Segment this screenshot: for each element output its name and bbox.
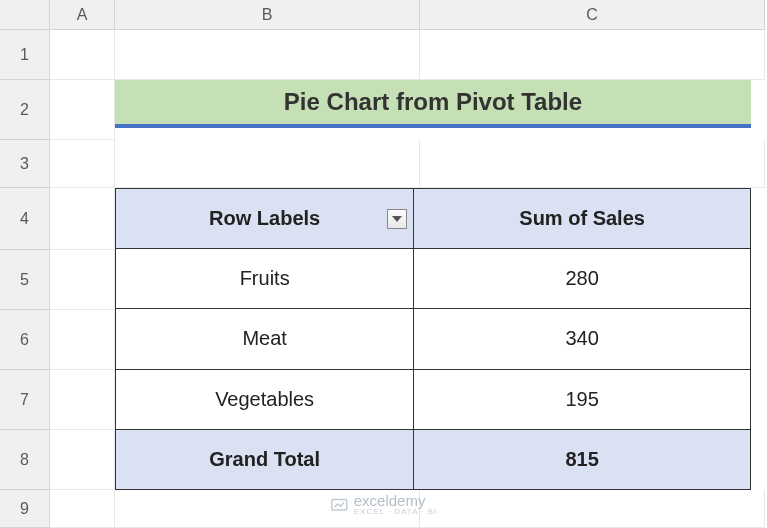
pivot-cell-value[interactable]: 340 — [414, 309, 751, 369]
pivot-cell-label[interactable]: Vegetables — [116, 369, 414, 429]
col-header-a[interactable]: A — [50, 0, 115, 30]
row-header-9[interactable]: 9 — [0, 490, 50, 528]
pivot-table: Row Labels Sum of Sales Fruits 280 Meat … — [115, 188, 751, 490]
cell-c3[interactable] — [420, 140, 765, 188]
filter-dropdown-button[interactable] — [387, 209, 407, 229]
chevron-down-icon — [392, 216, 402, 222]
pivot-header-sum[interactable]: Sum of Sales — [414, 189, 751, 249]
pivot-cell-label[interactable]: Fruits — [116, 249, 414, 309]
row-header-1[interactable]: 1 — [0, 30, 50, 80]
row-header-5[interactable]: 5 — [0, 250, 50, 310]
pivot-header-rowlabels[interactable]: Row Labels — [116, 189, 414, 249]
col-header-b[interactable]: B — [115, 0, 420, 30]
table-row: Fruits 280 — [116, 249, 751, 309]
pivot-header-rowlabels-text: Row Labels — [209, 207, 320, 229]
cell-a7[interactable] — [50, 370, 115, 430]
pivot-header-row: Row Labels Sum of Sales — [116, 189, 751, 249]
pivot-cell-value[interactable]: 195 — [414, 369, 751, 429]
cell-a5[interactable] — [50, 250, 115, 310]
row-header-3[interactable]: 3 — [0, 140, 50, 188]
table-row: Meat 340 — [116, 309, 751, 369]
watermark-tagline: EXCEL · DATA · BI — [354, 507, 438, 516]
cell-b1[interactable] — [115, 30, 420, 80]
pivot-total-row: Grand Total 815 — [116, 429, 751, 489]
cell-c1[interactable] — [420, 30, 765, 80]
pivot-table-area: Row Labels Sum of Sales Fruits 280 Meat … — [115, 188, 765, 490]
watermark-text: exceldemy EXCEL · DATA · BI — [354, 492, 438, 516]
cell-a1[interactable] — [50, 30, 115, 80]
select-all-corner[interactable] — [0, 0, 50, 30]
cell-a9[interactable] — [50, 490, 115, 528]
cell-b3[interactable] — [115, 140, 420, 188]
title-area: Pie Chart from Pivot Table — [115, 80, 765, 140]
row-header-6[interactable]: 6 — [0, 310, 50, 370]
pivot-cell-value[interactable]: 280 — [414, 249, 751, 309]
cell-a4[interactable] — [50, 188, 115, 250]
cell-a8[interactable] — [50, 430, 115, 490]
cell-a3[interactable] — [50, 140, 115, 188]
pivot-total-label[interactable]: Grand Total — [116, 429, 414, 489]
page-title: Pie Chart from Pivot Table — [115, 80, 751, 128]
cell-a2[interactable] — [50, 80, 115, 140]
logo-icon — [330, 495, 348, 513]
table-row: Vegetables 195 — [116, 369, 751, 429]
cell-a6[interactable] — [50, 310, 115, 370]
spreadsheet-grid: A B C 1 2 Pie Chart from Pivot Table 3 4… — [0, 0, 767, 528]
row-header-8[interactable]: 8 — [0, 430, 50, 490]
row-header-2[interactable]: 2 — [0, 80, 50, 140]
pivot-cell-label[interactable]: Meat — [116, 309, 414, 369]
row-header-4[interactable]: 4 — [0, 188, 50, 250]
row-header-7[interactable]: 7 — [0, 370, 50, 430]
watermark: exceldemy EXCEL · DATA · BI — [330, 492, 438, 516]
pivot-total-value[interactable]: 815 — [414, 429, 751, 489]
svg-marker-0 — [392, 216, 402, 222]
cell-c9[interactable] — [420, 490, 765, 528]
col-header-c[interactable]: C — [420, 0, 765, 30]
